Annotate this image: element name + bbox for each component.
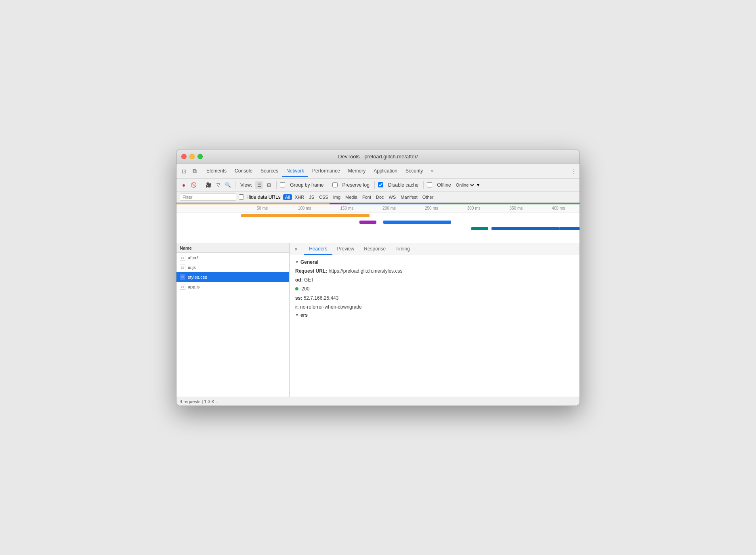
tab-headers[interactable]: Headers — [304, 244, 332, 255]
filter-bar: Hide data URLs All XHR JS CSS Img Media … — [176, 191, 580, 203]
waterfall-view-button[interactable]: ⊟ — [265, 181, 273, 189]
referrer-key: r: — [295, 304, 299, 310]
bar-blue-1 — [350, 203, 439, 204]
method-value: GET — [304, 277, 314, 283]
tab-timing[interactable]: Timing — [391, 244, 415, 255]
filter-js[interactable]: JS — [307, 194, 316, 200]
inspect-icon[interactable]: ⊡ — [180, 167, 189, 176]
kebab-icon[interactable]: ⋮ — [571, 168, 576, 174]
separator-6 — [423, 181, 424, 189]
tick-150ms: 150 ms — [326, 206, 368, 210]
timeline-bars — [176, 212, 580, 243]
tab-more[interactable]: » — [427, 166, 438, 177]
address-key: ss: — [295, 295, 302, 301]
network-item-app-js[interactable]: □ app.js — [176, 282, 289, 292]
status-bar: 4 requests | 1.3 K... — [176, 397, 580, 406]
file-icon-styles-css: □ — [180, 274, 185, 280]
panel-close-button[interactable]: × — [293, 246, 299, 252]
tab-security[interactable]: Security — [401, 166, 427, 177]
network-item-after[interactable]: □ after/ — [176, 253, 289, 263]
filter-button[interactable]: ▽ — [214, 181, 222, 189]
offline-checkbox[interactable] — [427, 182, 432, 187]
tab-network[interactable]: Network — [282, 166, 308, 177]
close-button[interactable] — [181, 154, 187, 159]
referrer-value: no-referrer-when-downgrade — [300, 304, 362, 310]
request-url-key: Request URL: — [295, 268, 327, 274]
timeline: 50 ms 100 ms 150 ms 200 ms 250 ms 300 ms… — [176, 203, 580, 243]
bar-green-1 — [439, 203, 580, 204]
maximize-button[interactable] — [197, 154, 203, 159]
panel-tabs: × Headers Preview Response Timing — [290, 243, 580, 255]
filter-xhr[interactable]: XHR — [293, 194, 306, 200]
method-row: od: GET — [295, 276, 574, 284]
traffic-lights — [181, 154, 203, 159]
filter-img[interactable]: Img — [331, 194, 342, 200]
tab-sources[interactable]: Sources — [256, 166, 282, 177]
grid-view-button[interactable]: ☰ — [255, 181, 263, 189]
filter-font[interactable]: Font — [360, 194, 373, 200]
device-icon[interactable]: ⧉ — [190, 167, 199, 176]
headers-content: General Request URL: https://preload.gli… — [290, 255, 580, 397]
tab-elements[interactable]: Elements — [202, 166, 231, 177]
tab-console[interactable]: Console — [231, 166, 256, 177]
bar-styles-css — [383, 221, 451, 224]
bar-row-2 — [241, 219, 580, 225]
offline-label: Offline — [437, 182, 451, 188]
tick-300ms: 300 ms — [453, 206, 495, 210]
filter-doc[interactable]: Doc — [374, 194, 386, 200]
tick-100ms: 100 ms — [284, 206, 326, 210]
search-button[interactable]: 🔍 — [224, 181, 232, 189]
filter-ws[interactable]: WS — [387, 194, 398, 200]
file-icon-app-js: □ — [180, 284, 185, 290]
view-label: View: — [240, 182, 252, 188]
tab-preview[interactable]: Preview — [332, 244, 359, 255]
timeline-ruler: 50 ms 100 ms 150 ms 200 ms 250 ms 300 ms… — [176, 204, 580, 212]
network-item-ui-js[interactable]: □ ui.js — [176, 263, 289, 272]
tick-200ms: 200 ms — [368, 206, 410, 210]
record-button[interactable]: ● — [180, 181, 188, 189]
separator-2 — [235, 181, 235, 189]
tab-memory[interactable]: Memory — [344, 166, 370, 177]
main-content: Name □ after/ □ ui.js □ styles.css □ app… — [176, 243, 580, 397]
online-dropdown-arrow[interactable]: ▾ — [477, 182, 479, 188]
filter-media[interactable]: Media — [343, 194, 359, 200]
tab-performance[interactable]: Performance — [308, 166, 344, 177]
camera-button[interactable]: 🎥 — [204, 181, 212, 189]
network-item-name-ui-js: ui.js — [188, 265, 196, 270]
bar-purple-1 — [330, 203, 350, 204]
tab-application[interactable]: Application — [370, 166, 401, 177]
preserve-log-label: Preserve log — [342, 182, 370, 188]
group-by-frame-checkbox[interactable] — [280, 182, 285, 187]
request-url-row: Request URL: https://preload.glitch.me/s… — [295, 267, 574, 275]
bar-after — [241, 214, 370, 217]
network-toolbar: ● 🚫 🎥 ▽ 🔍 View: ☰ ⊟ Group by frame Prese… — [176, 179, 580, 191]
filter-other[interactable]: Other — [420, 194, 436, 200]
separator-3 — [276, 181, 277, 189]
file-icon-ui-js: □ — [180, 265, 185, 270]
network-item-styles-css[interactable]: □ styles.css — [176, 272, 289, 282]
stop-button[interactable]: 🚫 — [189, 181, 197, 189]
address-value: 52.7.166.25:443 — [304, 295, 339, 301]
bar-teal — [471, 227, 488, 230]
filter-input[interactable] — [180, 193, 236, 201]
address-row: ss: 52.7.166.25:443 — [295, 294, 574, 302]
method-key: od: — [295, 277, 303, 283]
minimize-button[interactable] — [189, 154, 195, 159]
status-row: 200 — [295, 285, 574, 293]
tab-response[interactable]: Response — [359, 244, 391, 255]
filter-all[interactable]: All — [283, 194, 292, 200]
section-general-header: General — [295, 259, 574, 265]
disable-cache-checkbox[interactable] — [378, 182, 383, 187]
preserve-log-checkbox[interactable] — [332, 182, 338, 187]
tick-250ms: 250 ms — [410, 206, 453, 210]
hide-data-urls-checkbox[interactable] — [239, 194, 244, 200]
separator-1 — [201, 181, 201, 189]
referrer-row: r: no-referrer-when-downgrade — [295, 303, 574, 311]
online-select[interactable]: Online — [454, 182, 475, 188]
filter-manifest[interactable]: Manifest — [399, 194, 420, 200]
separator-4 — [329, 181, 329, 189]
devtools-tab-bar: ⊡ ⧉ Elements Console Sources Network Per… — [176, 164, 580, 179]
filter-css[interactable]: CSS — [317, 194, 330, 200]
devtools-body: Name □ after/ □ ui.js □ styles.css □ app… — [176, 243, 580, 406]
network-list-header: Name — [176, 243, 289, 253]
